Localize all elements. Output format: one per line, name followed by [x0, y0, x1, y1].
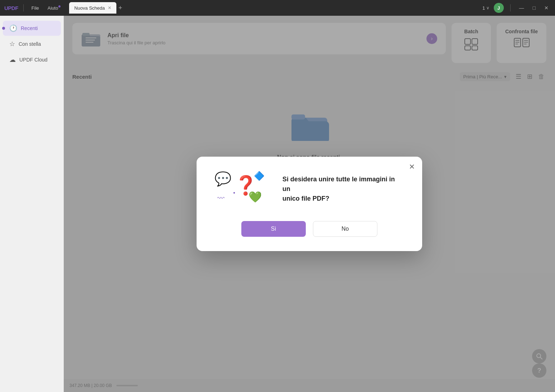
close-button[interactable]: ✕ [542, 4, 551, 11]
sidebar-item-con-stella[interactable]: ☆ Con stella [3, 36, 61, 52]
titlebar: UPDF File Aiuto Nuova Scheda ✕ + 1 ∨ J —… [0, 0, 555, 16]
sidebar-item-updf-cloud[interactable]: ☁ UPDF Cloud [3, 52, 61, 67]
sidebar-item-recenti[interactable]: 🕐 Recenti [3, 21, 61, 36]
content-area: Apri file Trascina qui il file per aprir… [64, 16, 555, 392]
menu-dot [58, 5, 61, 8]
titlebar-divider [23, 4, 24, 11]
stella-icon: ☆ [9, 40, 15, 48]
emoji-dot-small: ● [233, 191, 235, 195]
user-avatar[interactable]: J [494, 3, 504, 13]
minimize-button[interactable]: — [517, 4, 526, 11]
tabs-area: Nuova Scheda ✕ + [69, 2, 479, 14]
dialog-no-button[interactable]: No [313, 221, 377, 237]
titlebar-right: 1 ∨ J — □ ✕ [482, 3, 551, 13]
sidebar-label-stella: Con stella [19, 41, 41, 47]
main-layout: 🕐 Recenti ☆ Con stella ☁ UPDF Cloud [0, 16, 555, 392]
dialog-close-button[interactable]: ✕ [409, 162, 415, 171]
active-dot [2, 27, 5, 30]
tab-label: Nuova Scheda [74, 5, 105, 11]
tab-close-button[interactable]: ✕ [108, 5, 111, 10]
dialog-body: 💬 ❓ 🔷 〰 ● 💚 Si desidera unire tutte le i… [214, 171, 404, 207]
dialog-emoji-cluster: 💬 ❓ 🔷 〰 ● 💚 [214, 171, 272, 207]
sidebar-label-recenti: Recenti [21, 25, 38, 31]
user-count: 1 ∨ [482, 5, 489, 11]
sidebar: 🕐 Recenti ☆ Con stella ☁ UPDF Cloud [0, 16, 64, 392]
dialog: ✕ 💬 ❓ 🔷 〰 ● 💚 Si desidera unire tutte le… [197, 157, 422, 251]
dialog-buttons: Sì No [214, 221, 404, 237]
emoji-cube: 🔷 [254, 171, 265, 181]
app-logo: UPDF [4, 5, 18, 11]
tab-add-button[interactable]: + [119, 4, 122, 12]
maximize-button[interactable]: □ [531, 4, 538, 11]
sidebar-label-cloud: UPDF Cloud [19, 57, 48, 63]
emoji-speech-yellow: 💬 [214, 171, 231, 187]
dialog-si-button[interactable]: Sì [241, 221, 306, 237]
titlebar-divider2 [510, 4, 511, 11]
emoji-swirl: 〰 [217, 194, 225, 207]
menu-aiuto[interactable]: Aiuto [45, 4, 64, 12]
tab-nuova-scheda[interactable]: Nuova Scheda ✕ [69, 2, 116, 14]
recenti-icon: 🕐 [9, 24, 17, 32]
modal-overlay: ✕ 💬 ❓ 🔷 〰 ● 💚 Si desidera unire tutte le… [64, 16, 555, 392]
emoji-speech-green: 💚 [248, 191, 262, 207]
dialog-question: Si desidera unire tutte le immagini in u… [283, 175, 404, 204]
menu-file[interactable]: File [29, 4, 42, 12]
cloud-icon: ☁ [9, 56, 16, 64]
